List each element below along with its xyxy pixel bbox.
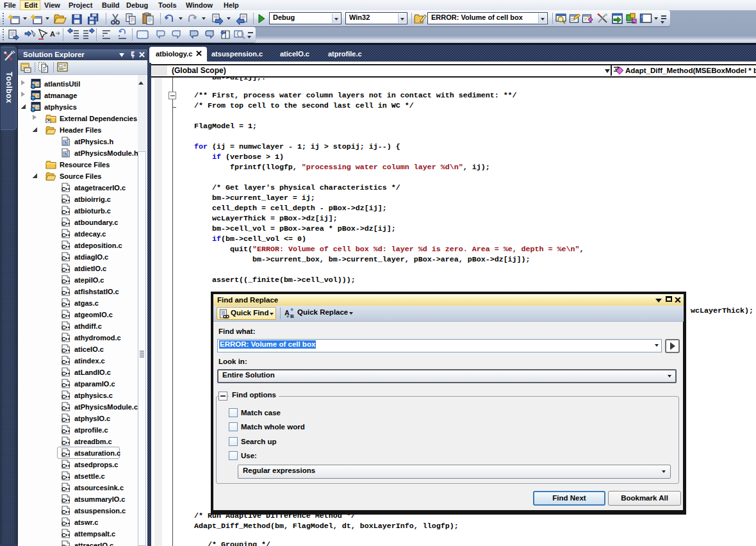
svg-text:C: C bbox=[62, 451, 66, 458]
svg-text:C: C bbox=[62, 543, 66, 546]
svg-text:C: C bbox=[62, 266, 66, 273]
svg-text:C: C bbox=[62, 416, 66, 423]
svg-text:C: C bbox=[62, 185, 66, 192]
svg-text:C: C bbox=[62, 220, 66, 227]
svg-text:C: C bbox=[62, 277, 66, 285]
svg-text:C: C bbox=[62, 531, 66, 538]
svg-text:B: B bbox=[290, 313, 294, 319]
svg-text:C: C bbox=[62, 208, 66, 215]
svg-text:C: C bbox=[62, 381, 66, 388]
svg-text:C: C bbox=[62, 404, 66, 411]
svg-text:C: C bbox=[62, 335, 66, 342]
svg-text:h: h bbox=[65, 152, 67, 156]
svg-text:C: C bbox=[62, 370, 66, 377]
svg-text:C: C bbox=[62, 243, 66, 250]
svg-text:C: C bbox=[62, 324, 66, 331]
svg-text:C: C bbox=[62, 497, 66, 504]
svg-text:C: C bbox=[62, 474, 66, 481]
svg-text:h: h bbox=[65, 140, 67, 145]
svg-text:C: C bbox=[62, 427, 66, 434]
svg-text:A: A bbox=[284, 309, 290, 317]
svg-text:C: C bbox=[62, 439, 66, 446]
svg-text:C: C bbox=[62, 520, 66, 527]
svg-text:C: C bbox=[62, 254, 66, 261]
svg-text:C: C bbox=[62, 301, 66, 308]
svg-text:C: C bbox=[62, 289, 66, 296]
svg-text:C: C bbox=[62, 197, 66, 204]
svg-text:C: C bbox=[62, 508, 66, 515]
svg-text:C: C bbox=[62, 312, 66, 319]
svg-text:C: C bbox=[62, 358, 66, 365]
svg-text:C: C bbox=[62, 231, 66, 238]
svg-text:C: C bbox=[62, 462, 66, 469]
svg-text:C: C bbox=[62, 485, 66, 492]
svg-text:C: C bbox=[62, 393, 66, 400]
svg-text:C: C bbox=[62, 347, 66, 354]
svg-text:A: A bbox=[50, 30, 55, 38]
